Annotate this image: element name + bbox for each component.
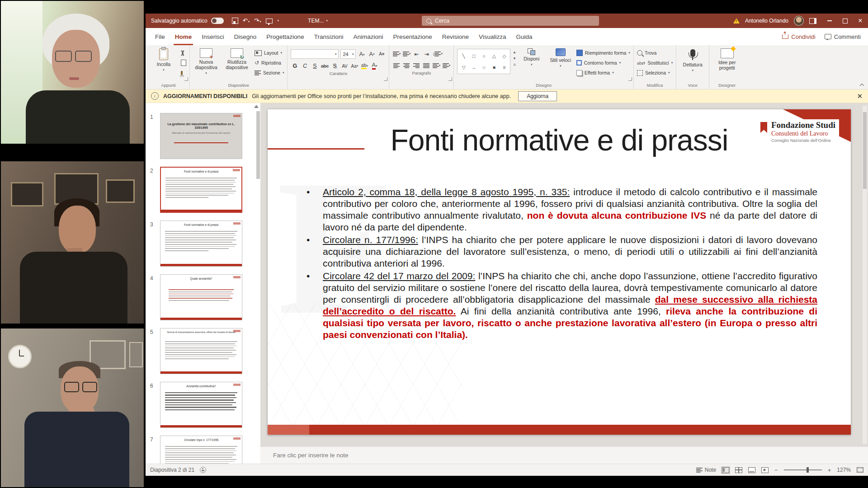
strikethrough-button[interactable]: abc [321, 61, 329, 70]
copy-button[interactable] [179, 59, 186, 67]
user-avatar[interactable] [794, 16, 804, 26]
shrink-font-button[interactable]: A▾ [368, 50, 376, 59]
zoom-percentage[interactable]: 127% [837, 467, 851, 473]
close-notification-icon[interactable]: ✕ [857, 92, 863, 100]
tab-inserisci[interactable]: Inserisci [197, 28, 229, 45]
clipboard-dialog-launcher-icon[interactable] [184, 77, 188, 81]
quick-styles-button[interactable]: Stili veloci ▾ [547, 47, 574, 68]
cut-button[interactable] [179, 49, 186, 57]
shape-outline-button[interactable]: Contorno forma▾ [576, 59, 630, 67]
slide-thumbnail-2[interactable]: 2 Fonti normative e di prassi [146, 167, 260, 215]
increase-indent-button[interactable]: ⇥ [422, 49, 430, 58]
notes-toggle-button[interactable]: Note [696, 467, 716, 473]
zoom-in-button[interactable]: + [828, 467, 831, 474]
filled-rectangle-shape-icon[interactable]: ■ [493, 65, 495, 70]
shapes-gallery[interactable]: ╲ □ ○ △ ◇ ▽ → ☆ ■ ≡ [457, 49, 510, 74]
format-painter-button[interactable] [179, 69, 186, 77]
reset-button[interactable]: ↺Ripristina [255, 59, 284, 67]
tab-animazioni[interactable]: Animazioni [348, 28, 388, 45]
participant-video-3[interactable] [1, 328, 144, 487]
tab-presentazione[interactable]: Presentazione [388, 28, 437, 45]
redo-button[interactable]: ↷▾ [254, 18, 261, 24]
tab-progettazione[interactable]: Progettazione [261, 28, 309, 45]
zoom-out-button[interactable]: − [774, 467, 778, 474]
reuse-slides-button[interactable]: Riutilizza diapositive [222, 47, 252, 70]
fit-slide-button[interactable] [857, 467, 863, 473]
find-button[interactable]: Trova [637, 49, 673, 57]
thumbnail-preview[interactable]: La gestione del massimale contributivo e… [160, 113, 242, 159]
gallery-more-icon[interactable]: ≡ [513, 62, 515, 67]
tab-disegno[interactable]: Disegno [229, 28, 262, 45]
change-case-button[interactable]: Aa▾ [350, 61, 359, 70]
font-dialog-launcher-icon[interactable] [384, 77, 387, 81]
slideshow-button[interactable] [761, 467, 769, 473]
highlight-color-button[interactable]: ab▾ [360, 61, 368, 70]
columns-button[interactable]: ▾ [432, 61, 440, 70]
design-ideas-button[interactable]: Idee per progetti [712, 47, 741, 70]
section-button[interactable]: Sezione▾ [255, 69, 284, 77]
zoom-slider-thumb[interactable] [807, 467, 809, 473]
tab-home[interactable]: Home [170, 28, 197, 45]
ribbon-display-icon[interactable] [809, 18, 816, 24]
close-button[interactable]: × [853, 14, 868, 28]
dictate-button[interactable]: Dettatura ▾ [679, 47, 706, 72]
font-color-button[interactable]: A▾ [370, 61, 378, 70]
character-spacing-button[interactable]: AV [340, 61, 349, 70]
thumbnail-preview[interactable]: Circolare Inps n. 177/1996 [160, 436, 242, 464]
slide-bullet[interactable]: Articolo 2, comma 18, della legge 8 agos… [303, 186, 817, 233]
drawing-dialog-launcher-icon[interactable] [628, 77, 632, 81]
share-button[interactable]: Condividi [782, 33, 815, 40]
slide-bullet[interactable]: Circolare 42 del 17 marzo del 2009: l’IN… [303, 270, 817, 341]
tab-transizioni[interactable]: Transizioni [309, 28, 349, 45]
start-presentation-icon[interactable] [266, 19, 273, 23]
search-input[interactable]: Cerca [422, 16, 599, 26]
text-direction-button[interactable]: ▾ [442, 61, 450, 70]
warning-icon[interactable] [733, 18, 740, 23]
slide-bullets[interactable]: Articolo 2, comma 18, della legge 8 agos… [303, 186, 817, 342]
decrease-indent-button[interactable]: ⇤ [412, 49, 420, 58]
underline-button[interactable]: S [311, 61, 319, 70]
ellipse-shape-icon[interactable]: ○ [482, 53, 485, 59]
gallery-up-icon[interactable]: ▴ [514, 50, 516, 54]
accessibility-icon[interactable] [200, 467, 206, 473]
bold-button[interactable]: G [291, 61, 299, 70]
star-shape-icon[interactable]: ☆ [482, 65, 486, 70]
slide-canvas[interactable]: F Fonti normative e di prassi Fondazione… [268, 109, 851, 435]
font-size-select[interactable]: 24▾ [340, 49, 356, 59]
participant-video-1[interactable] [1, 1, 144, 144]
scroll-up-icon[interactable] [254, 105, 259, 108]
participant-video-2[interactable] [1, 161, 144, 324]
paste-button[interactable]: Incolla ▾ [151, 47, 177, 72]
notes-pane[interactable]: Fare clic per inserire le note [260, 446, 868, 464]
align-left-button[interactable] [392, 61, 401, 70]
minimize-button[interactable] [822, 14, 837, 28]
tab-visualizza[interactable]: Visualizza [474, 28, 511, 45]
autosave-toggle[interactable] [211, 18, 224, 24]
slide-thumbnail-4[interactable]: 4 Quale anzianità? [146, 274, 260, 322]
layout-button[interactable]: Layout▾ [255, 49, 284, 57]
save-icon[interactable] [232, 18, 238, 24]
down-triangle-shape-icon[interactable]: ▽ [462, 65, 466, 70]
tab-revisione[interactable]: Revisione [437, 28, 474, 45]
paragraph-dialog-launcher-icon[interactable] [448, 77, 452, 81]
slide-sorter-view-button[interactable] [735, 467, 742, 473]
italic-button[interactable]: C [301, 61, 309, 70]
collapse-ribbon-icon[interactable] [860, 82, 864, 86]
font-name-select[interactable]: ▾ [291, 49, 339, 59]
slide-bullet[interactable]: Circolare n. 177/1996: l’INPS ha chiarit… [303, 234, 817, 269]
reading-view-button[interactable] [748, 467, 755, 473]
bulleted-list-button[interactable]: ▾ [392, 49, 401, 58]
triangle-shape-icon[interactable]: △ [492, 53, 496, 59]
thumbnail-preview[interactable]: Quale anzianità? [160, 274, 242, 320]
select-button[interactable]: Seleziona▾ [637, 69, 673, 77]
align-center-button[interactable] [402, 61, 410, 70]
shape-effects-button[interactable]: Effetti forma▾ [576, 69, 630, 77]
line-spacing-button[interactable]: ↕▾ [432, 49, 443, 58]
diamond-shape-icon[interactable]: ◇ [502, 53, 506, 59]
document-title-menu[interactable]: TEM... ▾ [308, 18, 328, 24]
thumbnail-preview[interactable]: Norma di interpretazione autentica: effe… [160, 328, 242, 374]
slide-thumbnail-7[interactable]: 7 Circolare Inps n. 177/1996 [146, 436, 260, 464]
comments-button[interactable]: Commenti [825, 33, 861, 40]
update-button[interactable]: Aggiorna [518, 91, 557, 101]
tab-file[interactable]: File [150, 28, 170, 45]
